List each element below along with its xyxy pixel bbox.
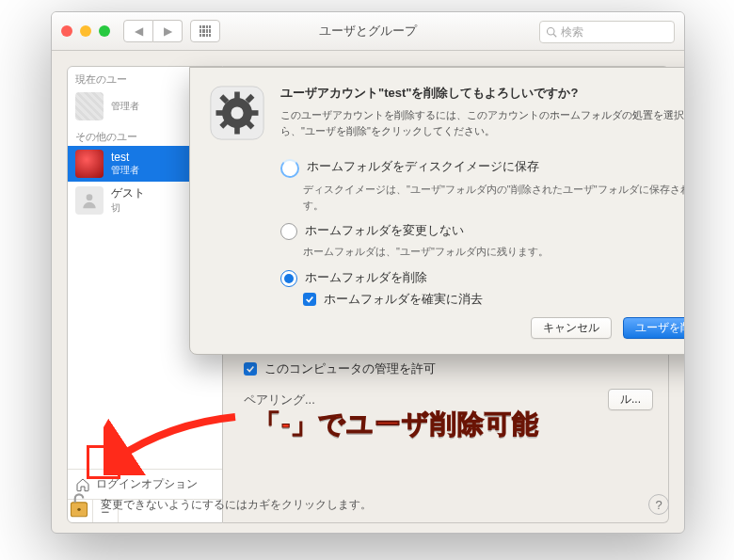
svg-rect-10 xyxy=(249,110,258,116)
svg-line-1 xyxy=(553,34,556,37)
user-role: 管理者 xyxy=(111,100,139,113)
opt-label: ホームフォルダを変更しない xyxy=(305,222,464,239)
lock-text: 変更できないようにするにはカギをクリックします。 xyxy=(101,497,639,513)
open-button-2[interactable]: ル... xyxy=(608,389,653,410)
titlebar: ◀ ▶ ユーザとグループ 検索 xyxy=(52,12,684,51)
avatar xyxy=(75,92,104,120)
radio-icon xyxy=(280,159,299,178)
zoom-icon[interactable] xyxy=(99,25,110,37)
help-button[interactable]: ? xyxy=(648,494,669,515)
user-name: ゲスト xyxy=(111,185,145,201)
sheet-title: ユーザアカウント"test"を削除してもよろしいですか? xyxy=(280,85,685,102)
sheet-desc: このユーザアカウントを削除するには、このアカウントのホームフォルダの処置を選択し… xyxy=(280,107,685,138)
allow-admin-checkbox[interactable] xyxy=(244,362,257,376)
svg-point-4 xyxy=(77,508,80,511)
person-icon xyxy=(80,191,99,210)
svg-rect-7 xyxy=(234,92,240,101)
nav-segment: ◀ ▶ xyxy=(123,20,183,42)
opt-label: ホームフォルダを削除 xyxy=(305,269,427,286)
forward-button[interactable]: ▶ xyxy=(153,20,183,42)
radio-icon xyxy=(280,223,297,240)
delete-user-sheet: ユーザアカウント"test"を削除してもよろしいですか? このユーザアカウントを… xyxy=(189,67,685,355)
svg-rect-9 xyxy=(216,110,225,116)
radio-icon xyxy=(280,270,297,287)
allow-admin-label: このコンピュータの管理を許可 xyxy=(264,360,436,377)
opt-sub: ディスクイメージは、"ユーザ"フォルダ内の"削除されたユーザ"フォルダに保存され… xyxy=(303,182,685,213)
opt-label: ホームフォルダをディスクイメージに保存 xyxy=(307,158,539,175)
search-placeholder: 検索 xyxy=(561,24,583,40)
allow-admin-row: このコンピュータの管理を許可 xyxy=(244,360,436,377)
delete-user-button[interactable]: ユーザを削除 xyxy=(623,317,685,339)
grid-icon xyxy=(199,25,211,37)
svg-rect-8 xyxy=(234,125,240,134)
opt-save-image[interactable]: ホームフォルダをディスクイメージに保存 xyxy=(280,158,685,178)
svg-point-0 xyxy=(548,28,555,36)
search-field[interactable]: 検索 xyxy=(539,21,675,43)
user-name: test xyxy=(111,151,139,164)
opt-keep-home[interactable]: ホームフォルダを変更しない xyxy=(280,222,685,240)
avatar xyxy=(75,150,104,178)
unlock-icon[interactable] xyxy=(67,489,91,520)
avatar xyxy=(75,186,104,215)
opt-delete-home[interactable]: ホームフォルダを削除 xyxy=(280,269,685,287)
cancel-button[interactable]: キャンセル xyxy=(531,317,612,339)
opt-sub: ホームフォルダは、"ユーザ"フォルダ内に残ります。 xyxy=(303,244,685,260)
user-role: 管理者 xyxy=(111,164,139,177)
pairing-label: ペアリング... xyxy=(244,392,315,408)
secure-erase-label: ホームフォルダを確実に消去 xyxy=(324,291,483,308)
show-all-button[interactable] xyxy=(190,20,220,42)
svg-point-15 xyxy=(231,106,243,119)
gear-icon xyxy=(209,85,265,141)
prefpane-window: ◀ ▶ ユーザとグループ 検索 現在のユー xyxy=(51,11,685,534)
minimize-icon[interactable] xyxy=(80,25,91,37)
svg-point-2 xyxy=(87,194,93,200)
secure-erase-checkbox[interactable] xyxy=(303,293,316,306)
lock-row: 変更できないようにするにはカギをクリックします。 ? xyxy=(67,489,669,520)
search-icon xyxy=(546,26,557,38)
traffic-lights xyxy=(61,25,110,37)
back-button[interactable]: ◀ xyxy=(123,20,153,42)
close-icon[interactable] xyxy=(61,25,72,37)
secure-erase-row: ホームフォルダを確実に消去 xyxy=(303,291,685,308)
user-role: 切 xyxy=(111,201,145,215)
